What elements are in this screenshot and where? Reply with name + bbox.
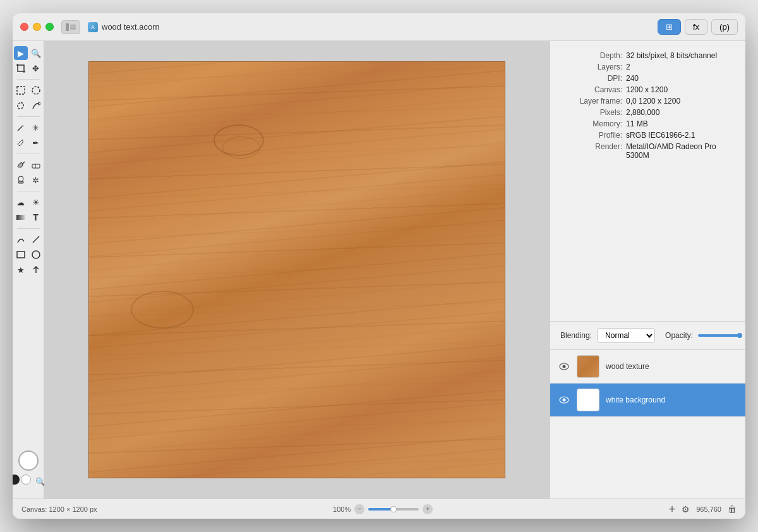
- fx-label: fx: [693, 22, 699, 32]
- toolbar: ▶ 🔍 ✥: [13, 41, 44, 499]
- maximize-button[interactable]: [45, 23, 54, 31]
- zoom-tool[interactable]: 🔍: [29, 46, 43, 60]
- opacity-slider-thumb: [737, 333, 742, 338]
- fx-button[interactable]: fx: [685, 19, 707, 35]
- magic-wand-tool[interactable]: ✳: [29, 121, 43, 135]
- zoom-slider-fill: [368, 508, 394, 511]
- depth-label: Depth:: [563, 51, 626, 60]
- title-bar: A wood text.acorn ⊞ fx (p): [13, 13, 745, 41]
- rect-shape-tool[interactable]: [14, 248, 28, 262]
- gradient-tool[interactable]: [14, 210, 28, 224]
- zoom-value: 100%: [333, 505, 351, 513]
- layer-item-white-background[interactable]: white background: [550, 384, 745, 417]
- layers-section: wood texture white background: [550, 350, 745, 499]
- tool-row-7: [14, 158, 43, 172]
- tool-row-12: [14, 248, 43, 262]
- file-icon: A: [88, 22, 98, 32]
- text-tool[interactable]: T: [29, 210, 43, 224]
- layer-visibility-wood[interactable]: [558, 360, 570, 373]
- zoom-controls: 100% − +: [333, 504, 433, 514]
- svg-rect-9: [32, 164, 40, 168]
- eyedropper-tool[interactable]: [14, 136, 28, 150]
- magic-lasso-tool[interactable]: [29, 99, 43, 112]
- white-swatch[interactable]: [21, 475, 31, 485]
- tool-row-6: ✒: [14, 136, 43, 150]
- minimize-button[interactable]: [33, 23, 41, 31]
- svg-point-16: [32, 251, 40, 258]
- tool-row-3: [14, 83, 43, 97]
- opacity-slider[interactable]: [698, 334, 742, 337]
- file-title: A wood text.acorn: [88, 22, 160, 32]
- circle-shape-tool[interactable]: [29, 248, 43, 262]
- p-button[interactable]: (p): [711, 19, 738, 35]
- bezier-tool[interactable]: [14, 233, 28, 246]
- layer-thumb-white: [577, 389, 599, 411]
- zoom-in-button[interactable]: +: [423, 504, 433, 514]
- select-tool[interactable]: ▶: [14, 46, 28, 60]
- main-window: A wood text.acorn ⊞ fx (p) ▶ 🔍: [13, 13, 745, 519]
- black-swatch[interactable]: [13, 475, 20, 485]
- lasso-tool[interactable]: [14, 99, 28, 112]
- wand-tool[interactable]: [14, 121, 28, 135]
- svg-point-5: [32, 87, 40, 94]
- rect-select-tool[interactable]: [14, 83, 28, 97]
- separator-4: [17, 191, 40, 191]
- canvas-area[interactable]: [44, 41, 550, 499]
- svg-line-7: [18, 126, 22, 131]
- layer-item-wood-texture[interactable]: wood texture: [550, 350, 745, 384]
- file-name: wood text.acorn: [102, 22, 160, 32]
- separator-2: [17, 116, 40, 117]
- render-value: Metal/IO/AMD Radeon Pro 5300M: [626, 142, 733, 160]
- paint-bucket-tool[interactable]: [14, 158, 28, 172]
- profile-row: Profile: sRGB IEC61966-2.1: [563, 131, 733, 140]
- color-area: 🔍: [13, 450, 47, 493]
- line-tool[interactable]: [29, 233, 43, 246]
- layer-frame-row: Layer frame: 0,0 1200 x 1200: [563, 97, 733, 106]
- smudge-tool[interactable]: ✲: [29, 173, 43, 187]
- blending-section: Blending: Normal Multiply Screen Overlay…: [550, 322, 745, 349]
- layers-panel-button[interactable]: ⊞: [658, 19, 681, 35]
- delete-layer-button[interactable]: 🗑: [728, 504, 737, 514]
- memory-label: Memory:: [563, 119, 626, 128]
- svg-rect-13: [16, 215, 25, 220]
- pixels-label: Pixels:: [563, 108, 626, 117]
- eraser-tool[interactable]: [29, 158, 43, 172]
- bottom-right-actions: + ⚙ 965,760 🗑: [669, 504, 737, 515]
- foreground-color[interactable]: [18, 450, 39, 471]
- stamp-tool[interactable]: [14, 173, 28, 187]
- svg-point-20: [563, 399, 566, 402]
- opacity-value: 100%: [745, 331, 745, 340]
- blending-select[interactable]: Normal Multiply Screen Overlay: [597, 328, 655, 343]
- ellipse-select-tool[interactable]: [29, 83, 43, 97]
- memory-value: 11 MB: [626, 119, 648, 128]
- tool-row-9: ☁ ☀: [14, 195, 43, 209]
- arrow-shape-tool[interactable]: [29, 263, 43, 277]
- star-shape-tool[interactable]: ★: [14, 263, 28, 277]
- canvas-info: Canvas: 1200 × 1200 px: [21, 505, 97, 513]
- close-button[interactable]: [20, 23, 28, 31]
- dpi-row: DPI: 240: [563, 74, 733, 83]
- info-section: Depth: 32 bits/pixel, 8 bits/channel Lay…: [550, 41, 745, 172]
- sidebar-toggle-button[interactable]: [61, 20, 80, 34]
- profile-value: sRGB IEC61966-2.1: [626, 131, 695, 140]
- tool-row-13: ★: [14, 263, 43, 277]
- tool-row-11: [14, 233, 43, 246]
- crop-tool[interactable]: [14, 61, 28, 75]
- pen-tool[interactable]: ✒: [29, 136, 43, 150]
- layer-settings-button[interactable]: ⚙: [682, 504, 690, 514]
- zoom-slider[interactable]: [368, 508, 419, 511]
- svg-rect-2: [70, 27, 76, 28]
- blending-select-wrap: Normal Multiply Screen Overlay: [597, 328, 655, 343]
- tool-row-4: [14, 99, 43, 112]
- svg-point-11: [18, 176, 23, 181]
- cloud-tool[interactable]: ☁: [14, 195, 28, 209]
- zoom-out-button[interactable]: −: [354, 504, 364, 514]
- depth-row: Depth: 32 bits/pixel, 8 bits/channel: [563, 51, 733, 60]
- add-layer-button[interactable]: +: [669, 504, 676, 515]
- profile-label: Profile:: [563, 131, 626, 140]
- tool-row-5: ✳: [14, 121, 43, 135]
- transform-tool[interactable]: ✥: [29, 61, 43, 75]
- brightness-tool[interactable]: ☀: [29, 195, 43, 209]
- layer-visibility-white[interactable]: [558, 394, 570, 406]
- svg-rect-4: [17, 87, 25, 94]
